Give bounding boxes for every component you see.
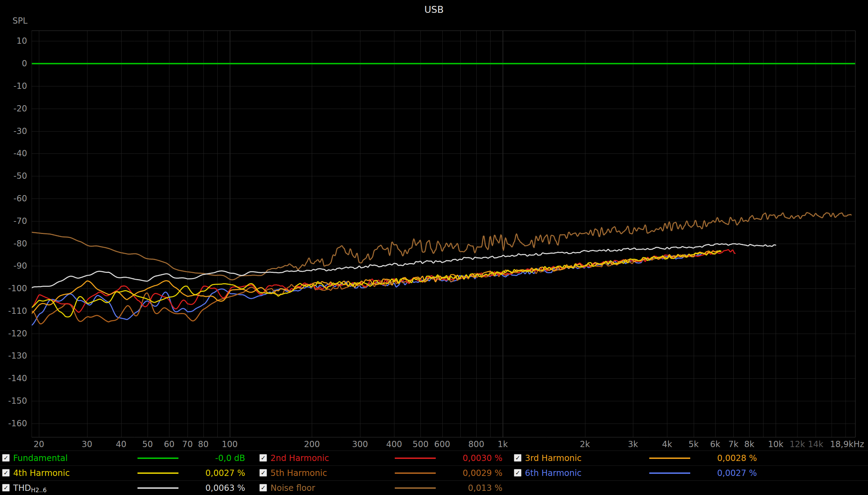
4th-harmonic-line-swatch bbox=[137, 472, 178, 474]
legend-item-fundamental: ✓ Fundamental -0,0 dB bbox=[2, 451, 245, 465]
noise-floor-checkbox[interactable]: ✓ bbox=[259, 484, 267, 492]
x-tick-label: 12k bbox=[790, 439, 805, 449]
x-tick-label: 100 bbox=[222, 439, 238, 449]
y-tick-label: -30 bbox=[0, 126, 27, 136]
y-tick-label: -60 bbox=[0, 194, 27, 203]
y-tick-label: -120 bbox=[0, 329, 27, 338]
x-tick-label: 1k bbox=[498, 439, 508, 449]
x-tick-label: 8k bbox=[744, 439, 754, 449]
thd-label-subscript: H2..6 bbox=[31, 487, 47, 494]
x-tick-label: 50 bbox=[142, 439, 153, 449]
x-tick-label: 800 bbox=[468, 439, 484, 449]
x-tick-label: 10k bbox=[768, 439, 783, 449]
x-tick-label: 600 bbox=[434, 439, 450, 449]
x-tick-label: 70 bbox=[182, 439, 193, 449]
4th-harmonic-value: 0,0027 % bbox=[206, 468, 245, 478]
x-tick-label: 500 bbox=[412, 439, 428, 449]
x-tick-label: 14k bbox=[808, 439, 823, 449]
thd-label: THDH2..6 bbox=[13, 483, 47, 493]
legend-item-4th-harmonic: ✓ 4th Harmonic 0,0027 % bbox=[2, 466, 245, 480]
y-tick-label: -10 bbox=[0, 81, 27, 91]
6th-harmonic-line-swatch bbox=[649, 472, 690, 474]
5th-harmonic-line-swatch bbox=[395, 472, 436, 474]
y-tick-label: -100 bbox=[0, 284, 27, 293]
legend-item-noise-floor: ✓ Noise floor 0,013 % bbox=[259, 481, 502, 495]
6th-harmonic-checkbox[interactable]: ✓ bbox=[514, 469, 521, 477]
y-tick-label: 10 bbox=[0, 36, 27, 46]
legend-item-3rd-harmonic: ✓ 3rd Harmonic 0,0028 % bbox=[514, 451, 757, 465]
y-tick-label: -130 bbox=[0, 351, 27, 361]
legend-row-2: ✓ 4th Harmonic 0,0027 % ✓ 5th Harmonic 0… bbox=[0, 465, 868, 480]
thd-line-swatch bbox=[137, 487, 178, 489]
y-tick-label: -80 bbox=[0, 239, 27, 249]
legend-item-thd: ✓ THDH2..6 0,0063 % bbox=[2, 481, 245, 495]
y-tick-label: -140 bbox=[0, 374, 27, 383]
y-tick-label: -160 bbox=[0, 419, 27, 428]
y-tick-label: -20 bbox=[0, 104, 27, 114]
x-tick-label: 2k bbox=[580, 439, 590, 449]
y-tick-label: 0 bbox=[0, 59, 27, 68]
legend-item-2nd-harmonic: ✓ 2nd Harmonic 0,0030 % bbox=[259, 451, 502, 465]
thd-value: 0,0063 % bbox=[206, 483, 245, 493]
x-tick-label: 200 bbox=[304, 439, 320, 449]
2nd-harmonic-checkbox[interactable]: ✓ bbox=[259, 454, 267, 462]
page-title: USB bbox=[0, 4, 868, 15]
3rd-harmonic-line-swatch bbox=[649, 458, 690, 459]
5th-harmonic-checkbox[interactable]: ✓ bbox=[259, 469, 267, 477]
legend-row-3: ✓ THDH2..6 0,0063 % ✓ Noise floor 0,013 … bbox=[0, 480, 868, 495]
x-tick-label: 5k bbox=[688, 439, 699, 449]
x-tick-label: 60 bbox=[164, 439, 175, 449]
plot-area[interactable] bbox=[32, 31, 856, 437]
3rd-harmonic-value: 0,0028 % bbox=[717, 453, 757, 463]
fundamental-label: Fundamental bbox=[13, 453, 68, 463]
y-tick-label: -50 bbox=[0, 171, 27, 181]
noise-floor-line-swatch bbox=[395, 487, 436, 489]
x-tick-label: 20 bbox=[34, 439, 44, 449]
5th-harmonic-value: 0,0029 % bbox=[463, 468, 502, 478]
3rd-harmonic-label: 3rd Harmonic bbox=[525, 453, 582, 463]
2nd-harmonic-label: 2nd Harmonic bbox=[270, 453, 329, 463]
6th-harmonic-label: 6th Harmonic bbox=[525, 468, 582, 478]
y-tick-label: -90 bbox=[0, 261, 27, 271]
4th-harmonic-checkbox[interactable]: ✓ bbox=[2, 469, 10, 477]
x-tick-label: 4k bbox=[662, 439, 672, 449]
thd-checkbox[interactable]: ✓ bbox=[2, 484, 10, 492]
y-tick-label: -70 bbox=[0, 216, 27, 226]
x-tick-label: 400 bbox=[386, 439, 402, 449]
5th-harmonic-label: 5th Harmonic bbox=[270, 468, 327, 478]
4th-harmonic-label: 4th Harmonic bbox=[13, 468, 70, 478]
fundamental-value: -0,0 dB bbox=[215, 453, 245, 463]
x-tick-label: 30 bbox=[82, 439, 92, 449]
legend: ✓ Fundamental -0,0 dB ✓ 2nd Harmonic 0,0… bbox=[0, 451, 868, 495]
legend-item-6th-harmonic: ✓ 6th Harmonic 0,0027 % bbox=[514, 466, 757, 480]
x-tick-label: 80 bbox=[198, 439, 209, 449]
y-tick-label: -110 bbox=[0, 306, 27, 316]
x-tick-label: 3k bbox=[628, 439, 638, 449]
x-tick-label: 18,9kHz bbox=[830, 439, 864, 449]
legend-row-1: ✓ Fundamental -0,0 dB ✓ 2nd Harmonic 0,0… bbox=[0, 451, 868, 465]
y-tick-label: -150 bbox=[0, 396, 27, 406]
y-tick-label: -40 bbox=[0, 149, 27, 158]
2nd-harmonic-value: 0,0030 % bbox=[463, 453, 502, 463]
legend-item-5th-harmonic: ✓ 5th Harmonic 0,0029 % bbox=[259, 466, 502, 480]
x-tick-label: 300 bbox=[352, 439, 368, 449]
noise-floor-label: Noise floor bbox=[270, 483, 315, 493]
fundamental-checkbox[interactable]: ✓ bbox=[2, 454, 10, 462]
noise-floor-value: 0,013 % bbox=[468, 483, 502, 493]
x-tick-label: 6k bbox=[710, 439, 720, 449]
fundamental-line-swatch bbox=[137, 458, 178, 459]
x-tick-label: 7k bbox=[728, 439, 738, 449]
6th-harmonic-value: 0,0027 % bbox=[717, 468, 757, 478]
3rd-harmonic-checkbox[interactable]: ✓ bbox=[514, 454, 521, 462]
y-axis-label: SPL bbox=[12, 16, 27, 26]
x-tick-label: 40 bbox=[116, 439, 127, 449]
distortion-plot-canvas[interactable] bbox=[32, 31, 856, 437]
2nd-harmonic-line-swatch bbox=[395, 458, 436, 459]
